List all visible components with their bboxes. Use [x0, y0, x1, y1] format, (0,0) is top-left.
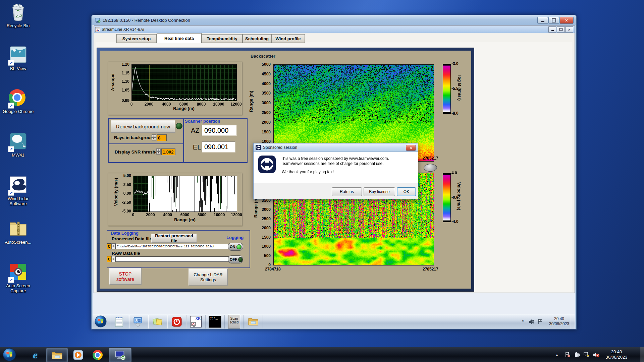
dialog-button-strip: Rate us Buy license OK [254, 183, 418, 199]
renew-background-button[interactable]: Renew background now [111, 120, 175, 133]
remote-taskbar-display-settings-icon[interactable] [129, 315, 148, 328]
remote-taskbar-file-explorer-icon[interactable] [244, 315, 263, 328]
taskbar-explorer-icon[interactable] [46, 348, 68, 362]
raw-drive-box[interactable]: C [107, 256, 112, 262]
remote-taskbar-scan-scheduler-icon[interactable]: Scansched [225, 315, 244, 328]
rays-value[interactable]: 8 [157, 134, 167, 141]
processed-file-label: Processed Data file [112, 236, 152, 241]
az-value: 090.000 [202, 125, 237, 136]
mw41-icon: ↗ [9, 133, 28, 152]
rdp-maximize-button[interactable] [548, 17, 559, 24]
remote-taskbar-sticky-notes-icon[interactable] [148, 315, 167, 328]
restart-processed-button[interactable]: Restart processed file [151, 234, 197, 243]
desktop-icon-wind-lidar-software[interactable]: ↗Wind Lidar Software [3, 176, 34, 206]
host-clock[interactable]: 20:40 30/08/2023 [602, 349, 631, 360]
app-title-text: StreamLine XR v14-6.vi [102, 27, 144, 32]
host-network-icon[interactable] [583, 352, 590, 358]
tick-label: 3000 [251, 101, 271, 105]
snr-spinner[interactable]: ▲▼ [156, 148, 161, 155]
processed-logging-toggle[interactable]: ON [228, 243, 243, 251]
remote-taskbar-streamline-xr-icon[interactable]: XR [186, 315, 206, 328]
desktop-icon-label: Wind Lidar Software [3, 196, 34, 206]
processed-path-field[interactable]: C:\Lidar\Data\Proc\2023\202308\20230830\… [115, 244, 229, 249]
logging-label: Logging [226, 235, 244, 240]
host-start-button[interactable] [3, 348, 16, 361]
tick-label: 1.15 [109, 71, 129, 75]
host-action-center-icon[interactable] [565, 352, 571, 358]
shortcut-arrow-icon: ↗ [8, 190, 14, 196]
rdp-close-button[interactable]: ✕ [559, 17, 574, 24]
tab-scheduling[interactable]: Scheduling [243, 34, 271, 43]
tick-label: 0.00 [111, 191, 131, 196]
taskbar-rdp-icon[interactable] [109, 348, 131, 362]
rays-spinner[interactable]: ▲▼ [152, 134, 156, 140]
snr-value[interactable]: 1.002 [161, 148, 175, 155]
tab-real-time-data[interactable]: Real time data [157, 33, 202, 43]
shortcut-arrow-icon: ↗ [8, 146, 14, 152]
desktop-icon-recycle-bin[interactable]: Recycle Bin [3, 3, 34, 28]
desktop: Recycle Bin↗BL-View↗Google Chrome↗MW41↗W… [0, 0, 644, 362]
el-label: EL [193, 143, 201, 151]
app-title-bar[interactable]: StreamLine XR v14-6.vi ✕ [94, 26, 575, 33]
remote-tray-expand-icon[interactable]: ▲ [521, 318, 525, 322]
desktop-icon-mw41[interactable]: ↗MW41 [3, 133, 34, 158]
el-value: 090.001 [202, 141, 235, 153]
tick-label: 6000 [174, 102, 194, 107]
ascope-plot [131, 64, 237, 101]
tick-label: 2000 [251, 120, 271, 125]
teamviewer-logo [258, 156, 276, 173]
raw-path-field[interactable] [115, 256, 229, 262]
remote-taskbar-command-prompt-icon[interactable]: C:\_ [206, 315, 225, 328]
raw-logging-toggle[interactable]: OFF [228, 255, 243, 263]
colorbar-tick-label: -3.0 [451, 61, 459, 66]
rdp-minimize-button[interactable] [537, 17, 548, 24]
taskbar-chrome-icon[interactable] [89, 348, 106, 362]
remote-taskbar-notepad-icon[interactable] [110, 315, 129, 328]
remote-action-center-icon[interactable] [537, 319, 543, 324]
tab-wind-profile[interactable]: Wind profile [271, 34, 305, 43]
tick-label: 0 [251, 262, 271, 267]
remote-taskbar-power-icon[interactable] [167, 315, 186, 328]
tick-label: 1.10 [109, 79, 129, 84]
dialog-title-bar[interactable]: Sponsored session ✕ [254, 143, 418, 152]
stop-software-button[interactable]: STOP software [109, 268, 142, 285]
desktop-icon-label: BL-View [3, 66, 34, 71]
desktop-icon-bl-view[interactable]: ↗BL-View [3, 46, 34, 71]
dialog-line2: TeamViewer sessions are free of charge f… [281, 161, 384, 166]
host-show-desktop-button[interactable] [640, 347, 644, 362]
host-volume-muted-icon[interactable] [593, 352, 600, 358]
remote-volume-icon[interactable] [529, 319, 535, 324]
buy-license-button[interactable]: Buy license [364, 187, 395, 196]
taskbar-wmp-icon[interactable] [70, 348, 87, 362]
tab-system-setup[interactable]: System setup [116, 34, 157, 43]
tick-label: 500 [251, 253, 271, 258]
processed-toggle-led [236, 244, 241, 249]
velocity-plot [133, 176, 237, 212]
taskbar-ie-icon[interactable]: e [27, 348, 44, 362]
app-close-button[interactable]: ✕ [565, 26, 573, 33]
app-minimize-button[interactable] [548, 26, 556, 33]
host-power-icon[interactable] [574, 352, 580, 358]
desktop-icon-label: Google Chrome [3, 109, 34, 114]
tick-label: 5000 [251, 62, 271, 67]
remote-clock[interactable]: 20:40 30/08/2023 [547, 316, 571, 326]
rdp-title-bar[interactable]: 192.168.0.150 - Remote Desktop Connectio… [92, 15, 576, 25]
processed-drive-box[interactable]: C [107, 243, 112, 249]
colorbar-tick-label: -4.0 [451, 219, 459, 224]
desktop-icon-autoscreen-zip[interactable]: AutoScreen... [3, 220, 34, 245]
change-lidar-settings-button[interactable]: Change LiDAR Settings [189, 268, 228, 286]
ok-button[interactable]: OK [397, 187, 416, 196]
tab-temp-humidity[interactable]: Temp/humidity [202, 34, 243, 43]
desktop-icon-auto-screen-capture[interactable]: ↗Auto Screen Capture [3, 263, 34, 293]
tick-label: 10000 [209, 102, 229, 107]
remote-show-desktop-button[interactable] [571, 314, 575, 329]
desktop-icon-google-chrome[interactable]: ↗Google Chrome [3, 89, 34, 114]
host-tray-expand-icon[interactable]: ▲ [555, 353, 559, 357]
adjust-knob[interactable] [424, 164, 437, 172]
remote-start-button[interactable] [95, 315, 107, 327]
dialog-title-text: Sponsored session [263, 145, 297, 150]
dialog-close-button[interactable]: ✕ [406, 145, 416, 151]
app-restore-button[interactable] [557, 26, 565, 33]
rate-us-button[interactable]: Rate us [332, 187, 362, 196]
dialog-line3: We thank you for playing fair! [282, 170, 334, 174]
